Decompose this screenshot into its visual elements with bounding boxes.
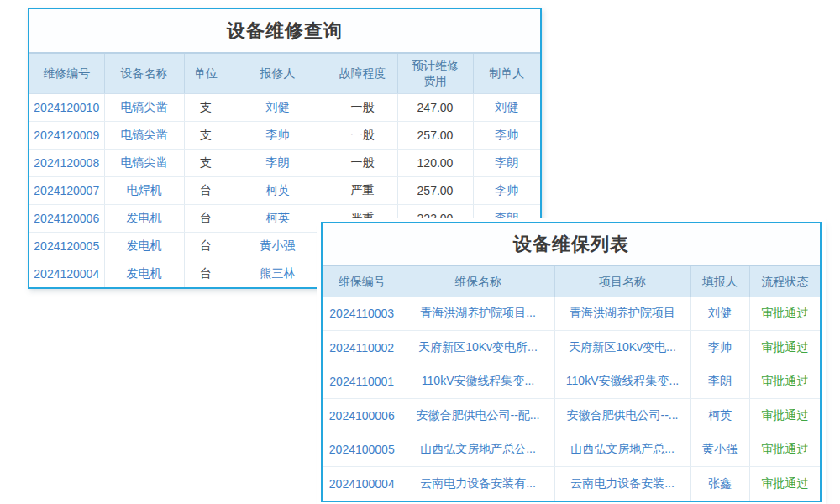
repair-row: 2024120008 电镐尖凿 支 李朗 一般 120.00 李朗 <box>29 149 540 176</box>
maintenance-id-link[interactable]: 2024100006 <box>323 399 402 433</box>
flow-status-badge[interactable]: 审批通过 <box>749 331 820 365</box>
fault-level-cell: 严重 <box>328 176 397 204</box>
maintenance-name-link[interactable]: 110kV安徽线程集变... <box>402 365 554 399</box>
maintenance-header-row: 维保编号 维保名称 项目名称 填报人 流程状态 <box>323 265 820 297</box>
reporter-link[interactable]: 刘健 <box>228 93 328 121</box>
unit-cell: 台 <box>184 260 228 287</box>
maintenance-id-link[interactable]: 2024110001 <box>323 365 402 399</box>
repair-id-link[interactable]: 2024120007 <box>29 176 104 204</box>
maintenance-row: 2024110002 天府新区10Kv变电所... 天府新区10Kv变电... … <box>323 331 820 365</box>
col-header-equipment-name: 设备名称 <box>104 53 184 93</box>
reporter-link[interactable]: 熊三林 <box>228 260 328 287</box>
equipment-name-link[interactable]: 发电机 <box>104 232 184 260</box>
col-header-order-creator: 制单人 <box>473 53 540 93</box>
reporter-link[interactable]: 李帅 <box>228 121 328 149</box>
maintenance-name-link[interactable]: 天府新区10Kv变电所... <box>402 331 554 365</box>
repair-row: 2024120010 电镐尖凿 支 刘健 一般 247.00 刘健 <box>29 93 540 121</box>
unit-cell: 支 <box>184 121 228 149</box>
flow-status-badge[interactable]: 审批通过 <box>749 433 820 467</box>
project-name-link[interactable]: 山西弘文房地产总... <box>554 433 690 467</box>
maintenance-row: 2024100006 安徽合肥供电公司--配... 安徽合肥供电公司--... … <box>323 399 820 433</box>
maintenance-id-link[interactable]: 2024110002 <box>323 331 402 365</box>
equipment-name-link[interactable]: 发电机 <box>104 260 184 287</box>
page: 设备维修查询 维修编号 设备名称 单位 报修人 故障程度 预计维修 费用 制单人 <box>0 0 840 504</box>
project-name-link[interactable]: 云南电力设备安装... <box>554 467 690 501</box>
project-name-link[interactable]: 天府新区10Kv变电... <box>554 331 690 365</box>
maintenance-list-panel: 设备维保列表 维保编号 维保名称 项目名称 填报人 流程状态 202411000… <box>321 222 822 502</box>
maintenance-row: 2024110003 青海洪湖养护院项目... 青海洪湖养护院项目 刘健 审批通… <box>323 297 820 331</box>
reporter-link[interactable]: 柯英 <box>228 176 328 204</box>
filler-link[interactable]: 李帅 <box>690 331 749 365</box>
fault-level-cell: 一般 <box>328 149 397 176</box>
col-header-flow-status: 流程状态 <box>749 265 820 297</box>
unit-cell: 支 <box>184 149 228 176</box>
maintenance-row: 2024100005 山西弘文房地产总公... 山西弘文房地产总... 黄小强 … <box>323 433 820 467</box>
order-creator-link[interactable]: 刘健 <box>473 93 540 121</box>
equipment-name-link[interactable]: 电镐尖凿 <box>104 149 184 176</box>
reporter-link[interactable]: 李朗 <box>228 149 328 176</box>
maintenance-table-header: 维保编号 维保名称 项目名称 填报人 流程状态 <box>323 265 820 297</box>
order-creator-link[interactable]: 李帅 <box>473 176 540 204</box>
unit-cell: 支 <box>184 93 228 121</box>
repair-id-link[interactable]: 2024120010 <box>29 93 104 121</box>
repair-header-row: 维修编号 设备名称 单位 报修人 故障程度 预计维修 费用 制单人 <box>29 53 540 93</box>
maintenance-id-link[interactable]: 2024100004 <box>323 467 402 501</box>
maintenance-panel-title: 设备维保列表 <box>323 223 820 265</box>
fault-level-cell: 一般 <box>328 93 397 121</box>
order-creator-link[interactable]: 李帅 <box>473 121 540 149</box>
flow-status-badge[interactable]: 审批通过 <box>749 467 820 501</box>
repair-id-link[interactable]: 2024120006 <box>29 204 104 232</box>
maintenance-row: 2024100004 云南电力设备安装有... 云南电力设备安装... 张鑫 审… <box>323 467 820 501</box>
col-header-maintenance-name: 维保名称 <box>402 265 554 297</box>
unit-cell: 台 <box>184 176 228 204</box>
reporter-link[interactable]: 柯英 <box>228 204 328 232</box>
equipment-name-link[interactable]: 发电机 <box>104 204 184 232</box>
col-header-maintenance-id: 维保编号 <box>323 265 402 297</box>
estimated-cost-cell: 120.00 <box>397 149 473 176</box>
estimated-cost-cell: 257.00 <box>397 121 473 149</box>
filler-link[interactable]: 李朗 <box>690 365 749 399</box>
reporter-link[interactable]: 黄小强 <box>228 232 328 260</box>
equipment-name-link[interactable]: 电镐尖凿 <box>104 93 184 121</box>
repair-table-header: 维修编号 设备名称 单位 报修人 故障程度 预计维修 费用 制单人 <box>29 53 540 93</box>
col-header-filler: 填报人 <box>690 265 749 297</box>
project-name-link[interactable]: 青海洪湖养护院项目 <box>554 297 690 331</box>
flow-status-badge[interactable]: 审批通过 <box>749 399 820 433</box>
equipment-name-link[interactable]: 电镐尖凿 <box>104 121 184 149</box>
maintenance-name-link[interactable]: 安徽合肥供电公司--配... <box>402 399 554 433</box>
col-header-unit: 单位 <box>184 53 228 93</box>
repair-id-link[interactable]: 2024120004 <box>29 260 104 287</box>
project-name-link[interactable]: 安徽合肥供电公司--... <box>554 399 690 433</box>
filler-link[interactable]: 张鑫 <box>690 467 749 501</box>
maintenance-name-link[interactable]: 山西弘文房地产总公... <box>402 433 554 467</box>
maintenance-name-link[interactable]: 青海洪湖养护院项目... <box>402 297 554 331</box>
unit-cell: 台 <box>184 204 228 232</box>
filler-link[interactable]: 刘健 <box>690 297 749 331</box>
repair-id-link[interactable]: 2024120009 <box>29 121 104 149</box>
unit-cell: 台 <box>184 232 228 260</box>
repair-id-link[interactable]: 2024120005 <box>29 232 104 260</box>
col-header-project-name: 项目名称 <box>554 265 690 297</box>
repair-id-link[interactable]: 2024120008 <box>29 149 104 176</box>
col-header-estimated-cost: 预计维修 费用 <box>397 53 473 93</box>
filler-link[interactable]: 黄小强 <box>690 433 749 467</box>
maintenance-row: 2024110001 110kV安徽线程集变... 110kV安徽线程集变...… <box>323 365 820 399</box>
repair-row: 2024120009 电镐尖凿 支 李帅 一般 257.00 李帅 <box>29 121 540 149</box>
col-header-repair-id: 维修编号 <box>29 53 104 93</box>
filler-link[interactable]: 柯英 <box>690 399 749 433</box>
project-name-link[interactable]: 110kV安徽线程集变... <box>554 365 690 399</box>
repair-row: 2024120007 电焊机 台 柯英 严重 257.00 李帅 <box>29 176 540 204</box>
col-header-reporter: 报修人 <box>228 53 328 93</box>
repair-panel-title: 设备维修查询 <box>29 9 540 52</box>
flow-status-badge[interactable]: 审批通过 <box>749 297 820 331</box>
maintenance-name-link[interactable]: 云南电力设备安装有... <box>402 467 554 501</box>
flow-status-badge[interactable]: 审批通过 <box>749 365 820 399</box>
fault-level-cell: 一般 <box>328 121 397 149</box>
estimated-cost-cell: 247.00 <box>397 93 473 121</box>
estimated-cost-cell: 257.00 <box>397 176 473 204</box>
order-creator-link[interactable]: 李朗 <box>473 149 540 176</box>
maintenance-id-link[interactable]: 2024110003 <box>323 297 402 331</box>
maintenance-id-link[interactable]: 2024100005 <box>323 433 402 467</box>
equipment-name-link[interactable]: 电焊机 <box>104 176 184 204</box>
col-header-fault-level: 故障程度 <box>328 53 397 93</box>
